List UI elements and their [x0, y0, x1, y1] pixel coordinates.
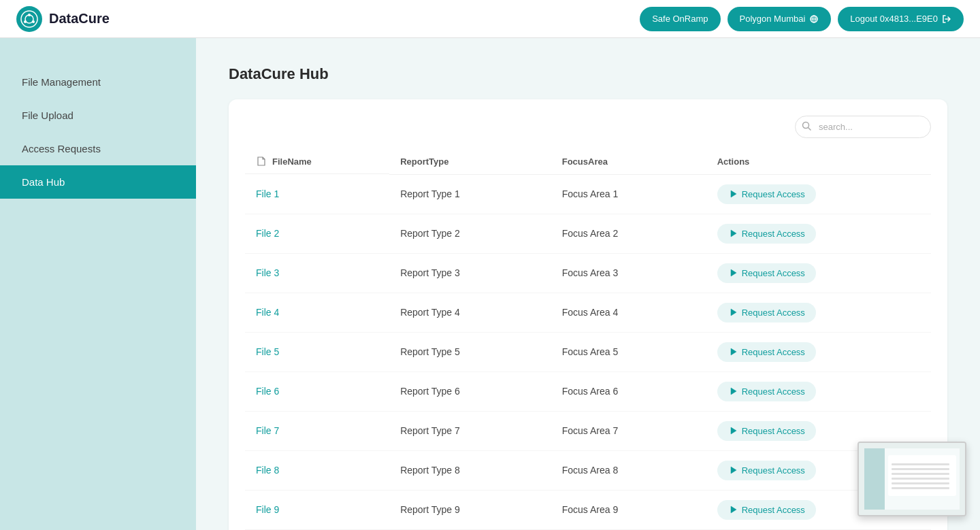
play-icon	[728, 308, 738, 317]
file-link[interactable]: File 6	[256, 386, 279, 397]
play-icon	[728, 189, 738, 199]
file-link[interactable]: File 8	[256, 465, 279, 476]
svg-rect-30	[892, 487, 949, 489]
sidebar-item-access-requests[interactable]: Access Requests	[0, 132, 196, 165]
play-icon	[728, 465, 738, 475]
layout: File Management File Upload Access Reque…	[0, 38, 980, 530]
play-icon	[728, 268, 738, 278]
svg-marker-11	[731, 191, 736, 197]
svg-rect-27	[892, 473, 949, 475]
logo-text: DataCure	[49, 11, 110, 27]
search-icon	[802, 121, 811, 133]
cell-report-type: Report Type 9	[389, 490, 551, 529]
request-access-button[interactable]: Request Access	[717, 184, 816, 204]
svg-rect-24	[888, 455, 956, 496]
svg-marker-14	[731, 309, 736, 316]
request-access-button[interactable]: Request Access	[717, 342, 816, 362]
table-row: File 9 Report Type 9 Focus Area 9 Reques…	[245, 490, 931, 529]
polygon-mumbai-button[interactable]: Polygon Mumbai	[728, 7, 832, 31]
header-actions: Safe OnRamp Polygon Mumbai Logout 0x4813…	[640, 7, 964, 31]
svg-rect-28	[892, 478, 949, 480]
table-card: FileName ReportType FocusArea Actions Fi…	[229, 99, 947, 530]
cell-focus-area: Focus Area 5	[551, 332, 706, 371]
cell-filename: File 5	[245, 332, 389, 371]
svg-marker-19	[731, 506, 736, 513]
cell-filename: File 6	[245, 371, 389, 411]
request-access-button[interactable]: Request Access	[717, 224, 816, 244]
cell-filename: File 4	[245, 293, 389, 332]
cell-filename: File 1	[245, 174, 389, 214]
cell-report-type: Report Type 5	[389, 332, 551, 371]
table-row: File 2 Report Type 2 Focus Area 2 Reques…	[245, 214, 931, 253]
cell-focus-area: Focus Area 7	[551, 411, 706, 450]
table-row: File 3 Report Type 3 Focus Area 3 Reques…	[245, 253, 931, 293]
request-access-button[interactable]: Request Access	[717, 303, 816, 322]
request-access-button[interactable]: Request Access	[717, 263, 816, 283]
file-link[interactable]: File 7	[256, 425, 279, 436]
cell-report-type: Report Type 4	[389, 293, 551, 332]
file-link[interactable]: File 9	[256, 504, 279, 515]
col-filename: FileName	[245, 149, 389, 174]
svg-point-2	[28, 14, 31, 16]
play-icon	[728, 505, 738, 514]
cell-actions: Request Access	[706, 371, 931, 411]
file-link[interactable]: File 5	[256, 346, 279, 357]
search-input[interactable]	[795, 116, 931, 138]
play-icon	[728, 426, 738, 435]
cell-actions: Request Access	[706, 293, 931, 332]
request-access-button[interactable]: Request Access	[717, 461, 816, 480]
play-icon	[728, 347, 738, 357]
request-access-button[interactable]: Request Access	[717, 421, 816, 441]
table-row: File 6 Report Type 6 Focus Area 6 Reques…	[245, 371, 931, 411]
table-row: File 5 Report Type 5 Focus Area 5 Reques…	[245, 332, 931, 371]
svg-rect-29	[892, 482, 949, 484]
svg-marker-17	[731, 427, 736, 434]
sidebar-item-file-management[interactable]: File Management	[0, 65, 196, 99]
network-icon	[809, 14, 819, 24]
request-access-button[interactable]: Request Access	[717, 500, 816, 520]
svg-rect-26	[892, 468, 949, 470]
play-icon	[728, 386, 738, 396]
sidebar: File Management File Upload Access Reque…	[0, 38, 196, 530]
col-report-type: ReportType	[389, 149, 551, 174]
svg-marker-12	[731, 230, 736, 237]
safe-onramp-button[interactable]: Safe OnRamp	[640, 7, 720, 31]
cell-report-type: Report Type 6	[389, 371, 551, 411]
cell-focus-area: Focus Area 2	[551, 214, 706, 253]
cell-actions: Request Access	[706, 174, 931, 214]
page-title: DataCure Hub	[229, 65, 947, 83]
svg-marker-15	[731, 348, 736, 355]
svg-line-10	[808, 128, 811, 131]
file-link[interactable]: File 4	[256, 307, 279, 318]
file-link[interactable]: File 1	[256, 188, 279, 199]
request-access-button[interactable]: Request Access	[717, 382, 816, 401]
sidebar-item-data-hub[interactable]: Data Hub	[0, 165, 196, 199]
cell-focus-area: Focus Area 4	[551, 293, 706, 332]
logout-icon	[942, 14, 951, 24]
cell-filename: File 7	[245, 411, 389, 450]
thumbnail-overlay	[858, 442, 966, 516]
svg-marker-18	[731, 467, 736, 474]
svg-point-3	[24, 20, 27, 23]
cell-report-type: Report Type 7	[389, 411, 551, 450]
cell-report-type: Report Type 3	[389, 253, 551, 293]
sidebar-item-file-upload[interactable]: File Upload	[0, 99, 196, 132]
file-link[interactable]: File 3	[256, 267, 279, 278]
cell-focus-area: Focus Area 3	[551, 253, 706, 293]
cell-filename: File 2	[245, 214, 389, 253]
cell-actions: Request Access	[706, 253, 931, 293]
col-actions: Actions	[706, 149, 931, 174]
cell-report-type: Report Type 8	[389, 450, 551, 490]
header: DataCure Safe OnRamp Polygon Mumbai Logo…	[0, 0, 980, 38]
table-row: File 7 Report Type 7 Focus Area 7 Reques…	[245, 411, 931, 450]
search-bar-row	[245, 116, 931, 138]
logo-icon	[16, 6, 42, 32]
file-link[interactable]: File 2	[256, 228, 279, 239]
logout-button[interactable]: Logout 0x4813...E9E0	[838, 7, 964, 31]
cell-focus-area: Focus Area 1	[551, 174, 706, 214]
cell-report-type: Report Type 1	[389, 174, 551, 214]
svg-point-0	[21, 11, 37, 27]
svg-point-4	[32, 20, 35, 23]
table-row: File 4 Report Type 4 Focus Area 4 Reques…	[245, 293, 931, 332]
cell-actions: Request Access	[706, 214, 931, 253]
